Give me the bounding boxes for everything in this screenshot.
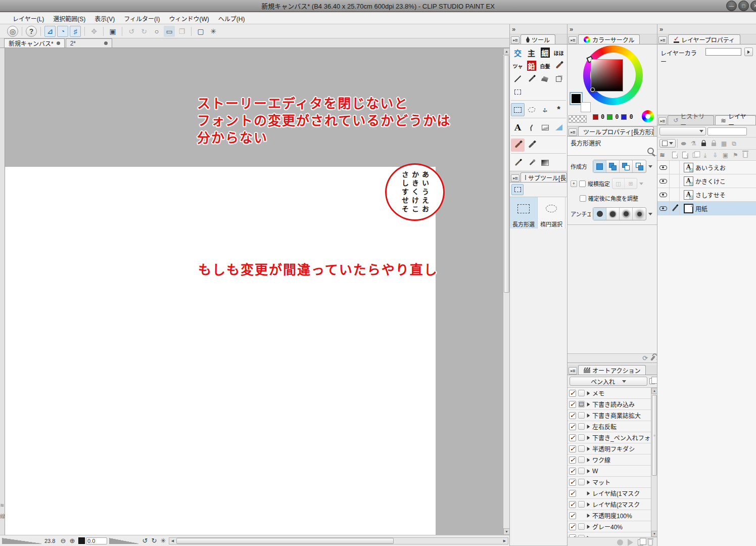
fit-to-screen-icon[interactable] xyxy=(77,537,86,545)
auto-action-row[interactable]: ✓半透明フキダシ xyxy=(568,443,657,454)
action-checkbox[interactable]: ✓ xyxy=(569,390,576,397)
dialog-toggle-box[interactable] xyxy=(578,445,585,452)
action-checkbox[interactable]: ✓ xyxy=(569,468,576,475)
gradient-tool[interactable] xyxy=(538,121,552,134)
expand-action-icon[interactable] xyxy=(587,425,590,429)
panel-menu-icon[interactable]: ▸≣ xyxy=(569,367,577,375)
custom-tool-shiraga[interactable]: 白髪 xyxy=(538,59,552,72)
antialias-dropdown-icon[interactable] xyxy=(648,213,652,215)
lock-transparent-icon[interactable] xyxy=(710,140,718,147)
color-mixer-icon[interactable] xyxy=(642,110,654,122)
subtool-rect-mini-icon[interactable] xyxy=(511,184,524,195)
background-color-swatch[interactable] xyxy=(581,102,591,112)
scroll-thumb[interactable]: ≡ xyxy=(652,395,657,476)
enable-mask-icon[interactable]: ▦ xyxy=(720,140,728,147)
subtool-ellipse-select[interactable]: 楕円選択 xyxy=(538,197,565,229)
aa-weak-icon[interactable] xyxy=(606,208,620,220)
expand-action-icon[interactable] xyxy=(587,447,590,451)
visibility-cell[interactable] xyxy=(657,202,670,215)
auto-action-row[interactable]: ✓W xyxy=(568,466,657,477)
tab-history[interactable]: ↺ ヒストリー xyxy=(668,115,714,125)
expand-action-icon[interactable] xyxy=(587,469,590,473)
custom-tool-en[interactable]: 鉛 xyxy=(525,59,538,72)
canvas-tab-2[interactable]: 2* xyxy=(66,38,112,48)
expand-icon[interactable]: + xyxy=(571,180,577,187)
panel-menu-icon[interactable]: ▸≣ xyxy=(569,36,577,44)
new-layer-icon[interactable] xyxy=(671,151,679,159)
canvas-tab-1[interactable]: 新規キャンバス* xyxy=(4,38,65,48)
layer-color-dropdown-icon[interactable] xyxy=(744,48,753,56)
auto-action-scrollbar[interactable]: ▲ ≡ ▼ xyxy=(651,388,657,537)
create-new-icon[interactable] xyxy=(593,160,606,172)
snap-ruler-icon[interactable]: ⊿ xyxy=(44,26,56,37)
menu-help[interactable]: ヘルプ(H) xyxy=(214,13,250,24)
rotate-left-icon[interactable]: ↺ xyxy=(126,26,137,37)
auto-action-row[interactable]: ✓レイヤ結(1マスク xyxy=(568,488,657,499)
eye-icon[interactable] xyxy=(659,165,667,170)
create-intersect-icon[interactable] xyxy=(633,160,646,172)
menu-window[interactable]: ウィンドウ(W) xyxy=(164,13,213,24)
decoration-brush-tool-2[interactable] xyxy=(525,139,538,152)
dialog-toggle-box[interactable] xyxy=(578,457,585,463)
zoom-slider[interactable] xyxy=(2,538,41,544)
auto-action-row-clipped[interactable]: ✓ xyxy=(568,532,657,537)
scroll-right-icon[interactable]: ▶ xyxy=(501,538,508,544)
copy-layer-icon[interactable] xyxy=(691,151,699,159)
action-checkbox[interactable]: ✓ xyxy=(569,423,576,430)
auto-action-row[interactable]: ✓メモ xyxy=(568,388,657,399)
layer-color-swatch[interactable] xyxy=(705,48,741,56)
action-checkbox[interactable]: ✓ xyxy=(569,512,576,519)
dialog-toggle-box[interactable] xyxy=(578,535,585,537)
layer-name[interactable]: かきくけこ xyxy=(695,177,726,186)
custom-tool-tsuya[interactable]: ツャ xyxy=(511,59,525,72)
menu-filter[interactable]: フィルター(I) xyxy=(119,13,164,24)
menu-view[interactable]: 表示(V) xyxy=(90,13,119,24)
auto-action-row[interactable]: ✓レイヤ結(2マスク xyxy=(568,499,657,510)
expand-action-icon[interactable] xyxy=(587,414,590,418)
create-method-dropdown-icon[interactable] xyxy=(648,165,652,168)
layer-name[interactable]: 用紙 xyxy=(695,204,707,213)
layer-row[interactable]: A あいうえお xyxy=(657,161,756,174)
brush-tool[interactable] xyxy=(552,59,565,72)
expand-action-icon[interactable] xyxy=(587,514,590,518)
tab-color-circle[interactable]: カラーサークル xyxy=(578,34,640,44)
maximize-button[interactable]: □ xyxy=(738,1,749,11)
scroll-up-icon[interactable]: ▲ xyxy=(651,388,657,394)
custom-tool-shu[interactable]: 主 xyxy=(525,46,538,59)
dialog-toggle-box[interactable] xyxy=(578,468,585,474)
dialog-toggle-box[interactable] xyxy=(578,401,585,407)
create-add-icon[interactable] xyxy=(606,160,620,172)
rectangle-select-tool[interactable] xyxy=(511,103,525,116)
visibility-cell[interactable] xyxy=(657,174,670,188)
layer-name[interactable]: あいうえお xyxy=(695,163,726,172)
minimize-button[interactable]: — xyxy=(726,1,737,11)
dialog-toggle-box[interactable] xyxy=(578,501,585,508)
custom-tool-kou[interactable]: 交 xyxy=(511,46,525,59)
foreground-color-swatch[interactable] xyxy=(571,93,582,104)
expand-action-icon[interactable] xyxy=(587,503,590,507)
perspective-tool[interactable] xyxy=(552,72,565,85)
scroll-left-icon[interactable]: ◀ xyxy=(169,538,176,544)
duplicate-set-icon[interactable] xyxy=(649,378,655,384)
action-checkbox[interactable]: ✓ xyxy=(569,534,576,537)
rotation-slider[interactable] xyxy=(109,538,138,544)
custom-tool-sai[interactable]: 細 xyxy=(538,46,552,59)
close-button[interactable]: ✕ xyxy=(750,1,756,11)
auto-action-row[interactable]: ✓マット xyxy=(568,477,657,488)
horizontal-scroll-thumb[interactable] xyxy=(176,538,394,544)
fill-tool[interactable] xyxy=(538,72,552,85)
action-checkbox[interactable]: ✓ xyxy=(569,457,576,464)
snap-special-ruler-icon[interactable]: ◔ xyxy=(57,26,68,37)
auto-action-row[interactable]: ✓不透明度100% xyxy=(568,510,657,521)
action-checkbox[interactable]: ✓ xyxy=(569,479,576,486)
canvas-vertical-scrollbar[interactable]: ▲ ▼ xyxy=(503,48,509,535)
expand-action-icon[interactable] xyxy=(587,458,590,462)
zoom-out-icon[interactable]: ⊖ xyxy=(59,537,68,545)
pages-icon[interactable]: ❐ xyxy=(176,26,187,37)
sv-picker[interactable] xyxy=(590,87,595,92)
wrench-icon[interactable] xyxy=(650,355,655,361)
action-checkbox[interactable]: ✓ xyxy=(569,412,576,419)
opacity-input[interactable] xyxy=(707,127,747,135)
gradient-map-tool[interactable] xyxy=(538,156,552,169)
auto-action-row[interactable]: ✓グレー40% xyxy=(568,521,657,532)
